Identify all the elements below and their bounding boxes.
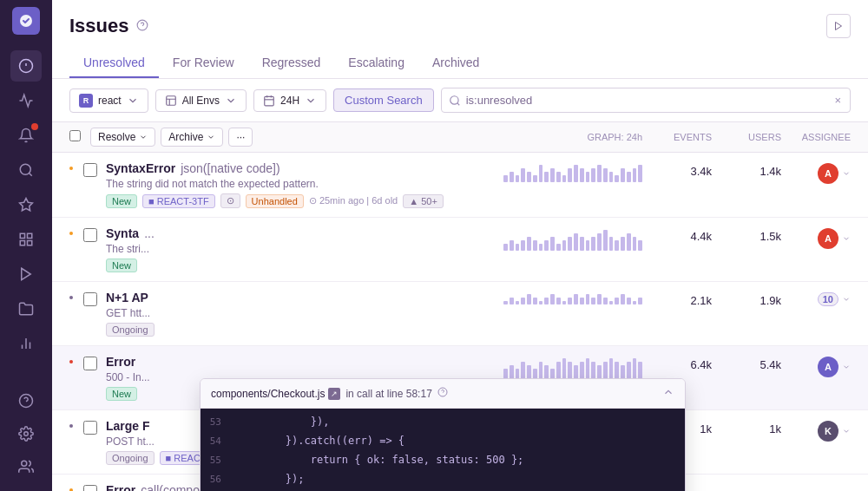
chevron-down-icon <box>139 133 148 141</box>
issue-checkbox[interactable] <box>83 228 97 242</box>
avatar: A <box>818 163 838 184</box>
logo[interactable] <box>12 7 40 35</box>
table-row[interactable]: SyntaxError json([native code]) The stri… <box>52 153 868 218</box>
envs-filter-button[interactable]: All Envs <box>155 89 247 112</box>
code-popup: components/Checkout.js ↗ in call at line… <box>200 378 686 491</box>
code-filename: components/Checkout.js <box>211 388 325 400</box>
sidebar-item-replay[interactable] <box>10 259 42 290</box>
table-row[interactable]: Synta ... The stri... New 4.4k 1.5k A <box>52 218 868 282</box>
more-actions-button[interactable]: ··· <box>228 128 253 147</box>
tab-unresolved[interactable]: Unresolved <box>69 49 159 78</box>
time-label: 24H <box>280 95 299 107</box>
issue-tags: New ■ REACT-3TF ⊙ Unhandled ⊙ 25min ago … <box>106 193 503 208</box>
time-filter-button[interactable]: 24H <box>253 89 326 112</box>
sidebar-item-discover[interactable] <box>10 154 42 186</box>
issue-checkbox[interactable] <box>83 357 97 370</box>
chevron-down-icon[interactable] <box>842 427 851 435</box>
code-location: in call at line 58:17 <box>345 388 431 400</box>
sidebar-item-projects[interactable] <box>10 293 42 324</box>
issue-graph <box>503 226 642 251</box>
issue-content: N+1 AP GET htt... Ongoing <box>106 291 503 337</box>
issue-time: ⊙ 25min ago | 6d old <box>309 195 398 206</box>
issue-title: Synta ... <box>106 226 503 240</box>
assignee-header: ASSIGNEE <box>781 132 851 142</box>
env-icon <box>165 95 177 107</box>
sidebar <box>0 0 52 491</box>
svg-marker-6 <box>20 199 33 211</box>
svg-rect-9 <box>28 241 32 245</box>
chevron-down-icon <box>305 95 317 107</box>
tab-for-review[interactable]: For Review <box>159 49 248 78</box>
svg-rect-23 <box>265 96 274 106</box>
code-help-icon[interactable] <box>437 387 448 400</box>
header: Issues Unresolved For Review Regressed E… <box>52 0 868 79</box>
close-icon[interactable] <box>662 386 674 401</box>
issue-assignee[interactable]: A <box>781 161 851 184</box>
severity-indicator <box>69 360 73 363</box>
issue-events: 6.4k <box>642 355 712 371</box>
issue-checkbox[interactable] <box>83 485 97 491</box>
tag-new: New <box>106 194 137 208</box>
search-input[interactable] <box>466 94 833 107</box>
issue-checkbox[interactable] <box>83 421 97 435</box>
issue-events: 2.1k <box>642 291 712 307</box>
search-icon <box>449 95 461 107</box>
project-label: react <box>98 95 122 107</box>
table-header: Resolve Archive ··· GRAPH: 24h EVENTS US… <box>52 122 868 153</box>
issue-users: 1.9k <box>712 291 781 307</box>
tag-count: ▲ 50+ <box>403 194 444 208</box>
sidebar-item-alerts[interactable] <box>10 120 42 151</box>
issue-assignee[interactable]: K <box>781 419 851 442</box>
severity-indicator <box>69 167 73 170</box>
tag-new: New <box>106 259 137 272</box>
sidebar-item-issues[interactable] <box>10 50 42 82</box>
issue-checkbox[interactable] <box>83 163 97 177</box>
help-icon[interactable] <box>136 19 148 34</box>
svg-point-4 <box>20 164 30 174</box>
chevron-down-icon <box>225 95 237 107</box>
toolbar: R react All Envs 24H Custom Search × <box>52 79 868 122</box>
chevron-down-icon[interactable] <box>842 169 851 178</box>
sidebar-item-releases[interactable] <box>10 189 42 220</box>
play-button[interactable] <box>826 14 851 38</box>
main-content: Issues Unresolved For Review Regressed E… <box>52 0 868 491</box>
chevron-down-icon[interactable] <box>842 234 851 243</box>
chevron-down-icon[interactable] <box>842 295 851 304</box>
chevron-down-icon[interactable] <box>842 363 851 371</box>
sidebar-item-org[interactable] <box>10 451 42 482</box>
sidebar-bottom <box>10 383 42 484</box>
issue-graph <box>503 355 642 379</box>
project-filter-button[interactable]: R react <box>69 88 148 113</box>
issue-assignee[interactable]: A <box>781 226 851 249</box>
assignee-count: 10 <box>818 292 838 306</box>
tab-archived[interactable]: Archived <box>418 49 493 78</box>
graph-header: GRAPH: 24h <box>503 132 642 142</box>
external-link-icon[interactable]: ↗ <box>328 388 340 400</box>
svg-rect-10 <box>20 241 24 245</box>
archive-button[interactable]: Archive <box>161 128 223 147</box>
issue-assignee[interactable]: A <box>781 355 851 377</box>
chevron-down-icon <box>207 133 215 141</box>
table-row[interactable]: N+1 AP GET htt... Ongoing 2.1k 1.9k 10 <box>52 282 868 346</box>
issue-checkbox[interactable] <box>83 292 97 306</box>
sidebar-item-settings[interactable] <box>10 418 42 449</box>
sidebar-item-dashboards[interactable] <box>10 224 42 255</box>
header-checkbox <box>69 130 90 144</box>
tab-regressed[interactable]: Regressed <box>248 49 335 78</box>
select-all-checkbox[interactable] <box>69 130 81 141</box>
search-clear-button[interactable]: × <box>832 92 843 108</box>
issue-assignee[interactable]: 10 <box>781 291 851 306</box>
tab-escalating[interactable]: Escalating <box>334 49 418 78</box>
avatar: A <box>818 357 838 377</box>
issue-desc: GET htt... <box>106 307 503 319</box>
sidebar-item-help[interactable] <box>10 385 42 416</box>
svg-point-18 <box>22 461 27 466</box>
resolve-button[interactable]: Resolve <box>90 128 155 147</box>
issue-tags: Ongoing <box>106 323 503 337</box>
sidebar-item-stats[interactable] <box>10 328 42 359</box>
custom-search-button[interactable]: Custom Search <box>333 88 434 112</box>
header-title-row: Issues <box>69 14 851 38</box>
svg-point-27 <box>450 95 457 103</box>
sidebar-item-performance[interactable] <box>10 85 42 116</box>
table-actions: Resolve Archive ··· <box>90 128 503 147</box>
